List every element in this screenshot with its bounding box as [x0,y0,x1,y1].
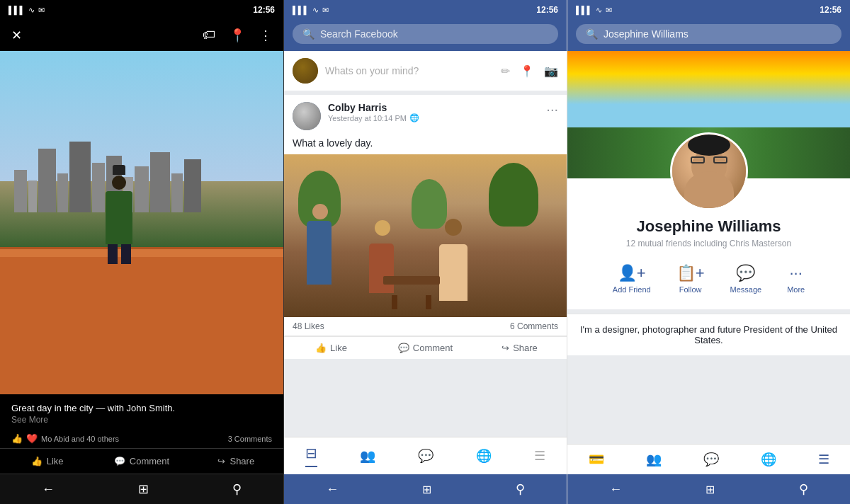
p3-menu-nav-icon[interactable]: ☰ [818,452,829,467]
panel2-system-navbar: ← ⊞ ⚲ [284,474,567,504]
reactions-left: 👍 ❤️ Mo Abid and 40 others [11,433,119,444]
share-label: Share [230,456,254,466]
comments-count: 6 Comments [510,321,558,331]
p2-search-nav[interactable]: ⚲ [516,481,525,497]
post-meta: Colby Harris Yesterday at 10:14 PM 🌐 [328,102,419,122]
profile-search-text[interactable]: Josephine Williams [604,28,688,40]
table-leg2 [426,295,431,309]
post-author-avatar[interactable] [293,102,321,130]
friends-nav-icon[interactable]: 👥 [360,448,375,464]
feed-content: Whats on your mind? ✏ 📍 📷 Colby Harris Y… [284,51,567,437]
p3-globe-nav-icon[interactable]: 🌐 [761,452,776,467]
post-photo-fullscreen [0,51,283,394]
post-action-buttons: 👍 Like 💬 Comment ↪ Share [284,336,567,359]
panel1-navbar: ← ⊞ ⚲ [0,474,283,504]
profile-picture[interactable] [670,132,748,210]
profile-mutual-friends: 12 mutual friends including Chris Master… [579,239,839,248]
panel3-searchbar[interactable]: 🔍 Josephine Williams [567,20,850,51]
search-wrap[interactable]: 🔍 Search Facebook [293,24,558,44]
camera-compose-icon[interactable]: 📷 [544,64,558,78]
comment-button[interactable]: 💬 Comment [94,449,188,474]
profile-content: Josephine Williams 12 mutual friends inc… [567,51,850,444]
status-left-icons: ▌▌▌ ∿ ✉ [8,6,45,15]
more-options-icon[interactable]: ⋮ [259,28,272,43]
caption-text: Great day in the city — with John Smith. [11,403,272,413]
follow-button[interactable]: 📋+ Follow [667,260,715,298]
post-like-label: Like [330,343,347,353]
p3-home-nav[interactable]: ⊞ [706,483,715,496]
compose-icons: ✏ 📍 📷 [501,64,558,78]
follow-icon: 📋+ [676,264,705,282]
p2-status-time: 12:56 [536,5,558,15]
p2-home-nav[interactable]: ⊞ [422,483,431,496]
messenger-nav-icon[interactable]: 💬 [418,448,434,464]
wallet-nav-icon[interactable]: 💳 [589,452,604,467]
p3-signal-icon: ▌▌▌ [576,6,592,14]
wifi-icon: ∿ [28,6,35,15]
share-button[interactable]: ↪ Share [189,449,283,474]
post-comment-button[interactable]: 💬 Comment [378,336,472,359]
search-nav-icon[interactable]: ⚲ [232,481,242,497]
post-more-icon[interactable]: ··· [546,102,558,116]
add-friend-label: Add Friend [613,285,651,294]
profile-pic-image [672,134,746,208]
menu-nav-icon[interactable]: ☰ [534,448,545,464]
terrace-railing [0,247,283,257]
terrace-wall [0,250,283,394]
close-button[interactable]: ✕ [11,28,22,43]
globe-nav-icon[interactable]: 🌐 [476,448,492,464]
p3-back-nav[interactable]: ← [609,482,622,497]
person1-body [307,221,332,285]
p2-back-nav[interactable]: ← [326,482,339,497]
feed-nav-icon[interactable]: ⊟ [305,445,317,467]
panel3-system-navbar: ← ⊞ ⚲ [567,474,850,504]
table-surface [383,276,440,285]
location-compose-icon[interactable]: 📍 [520,64,534,78]
person2-head [375,220,390,236]
compose-input[interactable]: Whats on your mind? [325,65,494,76]
post-like-button[interactable]: 👍 Like [284,336,378,359]
post-photo [284,154,567,317]
post-time: Yesterday at 10:14 PM 🌐 [328,113,419,122]
person-silhouette [106,165,132,264]
love-emoji: ❤️ [26,433,38,444]
post-text: What a lovely day. [284,134,567,154]
home-nav-icon[interactable]: ⊞ [138,481,149,497]
follow-label: Follow [679,285,702,294]
post-share-button[interactable]: ↪ Share [472,336,567,359]
more-button[interactable]: ··· More [777,260,815,298]
search-placeholder[interactable]: Search Facebook [320,28,398,40]
post-header-left: Colby Harris Yesterday at 10:14 PM 🌐 [293,102,419,130]
tag-icon[interactable]: 🏷 [203,28,215,43]
p3-friends-nav-icon[interactable]: 👥 [646,452,662,467]
plant3 [412,179,447,229]
p3-status-left: ▌▌▌ ∿ ✉ [576,6,612,15]
see-more-link[interactable]: See More [11,415,272,425]
profile-name: Josephine Williams [579,217,839,236]
panel3-profile: ▌▌▌ ∿ ✉ 12:56 🔍 Josephine Williams [567,0,850,504]
person3-body [439,244,468,301]
post-author-name[interactable]: Colby Harris [328,102,419,113]
profile-search-wrap[interactable]: 🔍 Josephine Williams [576,24,842,44]
post-comment-icon: 💬 [398,343,409,353]
more-label: More [787,285,805,294]
profile-search-icon: 🔍 [586,28,598,40]
post-comment-label: Comment [413,343,453,353]
panel2-searchbar[interactable]: 🔍 Search Facebook [284,20,567,51]
message-icon: ✉ [38,6,45,15]
like-button[interactable]: 👍 Like [0,449,94,474]
p3-search-nav[interactable]: ⚲ [799,481,808,497]
edit-icon[interactable]: ✏ [501,64,510,78]
post-caption: Great day in the city — with John Smith.… [0,394,283,429]
message-button[interactable]: 💬 Message [720,260,771,298]
add-friend-button[interactable]: 👤+ Add Friend [603,260,661,298]
message-icon: 💬 [736,264,755,282]
location-icon[interactable]: 📍 [230,28,245,43]
like-icon: 👍 [31,456,42,466]
back-nav-icon[interactable]: ← [42,482,55,497]
panel1-statusbar: ▌▌▌ ∿ ✉ 12:56 [0,0,283,20]
panel2-newsfeed: ▌▌▌ ∿ ✉ 12:56 🔍 Search Facebook Whats on… [283,0,567,504]
post-actions: 👍 Like 💬 Comment ↪ Share [0,448,283,474]
p3-status-right: 12:56 [820,5,842,15]
p3-messenger-nav-icon[interactable]: 💬 [703,452,719,467]
